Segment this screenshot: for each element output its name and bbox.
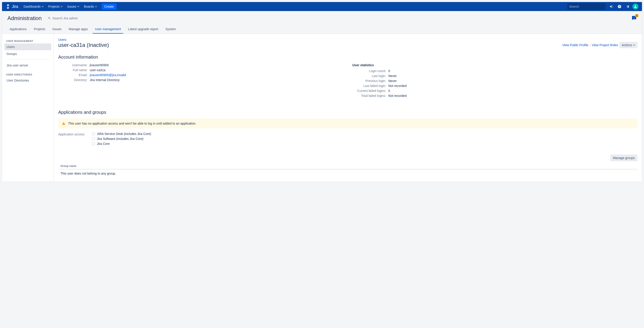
tab-latest-upgrade[interactable]: Latest upgrade report <box>126 26 160 34</box>
app-checkbox-software[interactable]: Jira Software (includes Jira Core) <box>92 137 151 140</box>
user-avatar[interactable] <box>632 4 638 10</box>
username-label: Username: <box>58 63 90 67</box>
chevron-down-icon <box>41 6 44 8</box>
email-value[interactable]: jirauser80900@jira.invalid <box>90 73 126 77</box>
tab-system[interactable]: System <box>163 26 178 34</box>
sidebar-item-groups[interactable]: Groups <box>4 51 51 57</box>
tab-user-management[interactable]: User management <box>93 26 123 34</box>
sidebar-heading-user-dirs: USER DIRECTORIES <box>4 72 51 77</box>
group-empty-text: This user does not belong to any group. <box>58 170 638 178</box>
chevron-down-icon <box>95 6 97 8</box>
sidebar-item-users[interactable]: Users <box>4 44 51 50</box>
account-info-col: Username:jirauser80900 Full name:user-ca… <box>58 63 343 99</box>
chevron-down-icon <box>77 6 80 8</box>
user-stats-col: User statistics Login count:0 Last login… <box>352 63 638 99</box>
nav-projects[interactable]: Projects <box>46 3 64 10</box>
last-failed-label: Last failed login: <box>352 84 388 88</box>
prev-login-label: Previous login: <box>352 79 388 83</box>
view-public-profile-link[interactable]: View Public Profile <box>562 43 588 47</box>
global-search[interactable] <box>567 3 606 10</box>
jira-logo-text: Jira <box>12 4 18 9</box>
admin-tabs: Applications Projects Issues Manage apps… <box>8 26 636 34</box>
admin-search[interactable]: Search Jira admin <box>48 17 78 20</box>
login-count-value: 0 <box>388 69 390 73</box>
main-content: Users user-ca31a (Inactive) View Public … <box>54 34 642 182</box>
directory-value: Jira Internal Directory <box>90 78 120 82</box>
create-button[interactable]: Create <box>102 3 116 10</box>
checkbox-icon[interactable] <box>92 137 95 140</box>
account-info-title: Account information <box>58 55 638 60</box>
prev-login-value: Never <box>388 79 397 83</box>
fullname-value: user-ca31a <box>90 68 106 72</box>
jira-logo-icon <box>6 4 11 9</box>
warning-banner: This user has no application access and … <box>58 118 638 128</box>
feedback-button[interactable]: 1 <box>632 16 636 21</box>
group-name-header: Group name <box>58 163 638 170</box>
search-icon <box>48 17 51 20</box>
tab-manage-apps[interactable]: Manage apps <box>66 26 90 34</box>
tab-projects[interactable]: Projects <box>32 26 48 34</box>
user-stats-title: User statistics <box>352 63 638 67</box>
sidebar-item-jira-user-server[interactable]: Jira user server <box>4 62 51 69</box>
tab-applications[interactable]: Applications <box>8 26 29 34</box>
checkbox-icon[interactable] <box>92 132 95 135</box>
svg-point-2 <box>635 6 636 7</box>
gear-icon[interactable] <box>624 3 631 10</box>
admin-header: Administration Search Jira admin 1 Appli… <box>2 11 642 34</box>
login-count-label: Login count: <box>352 69 388 73</box>
top-nav: Jira Dashboards Projects Issues Boards C… <box>2 2 642 11</box>
directory-label: Directory: <box>58 78 90 82</box>
svg-text:?: ? <box>619 5 620 8</box>
view-project-roles-link[interactable]: View Project Roles <box>592 43 618 47</box>
sidebar: USER MANAGEMENT Users Groups Jira user s… <box>2 34 54 182</box>
manage-groups-button[interactable]: Manage groups <box>610 154 638 161</box>
chevron-down-icon <box>633 44 635 46</box>
email-label: Email: <box>58 73 90 77</box>
last-failed-value: Not recorded <box>388 84 406 88</box>
breadcrumb-users[interactable]: Users <box>58 38 66 42</box>
page-actions: View Public Profile | View Project Roles… <box>562 42 638 48</box>
app-access-label: Application access: <box>58 132 90 136</box>
nav-issues[interactable]: Issues <box>66 3 81 10</box>
apps-groups-title: Applications and groups <box>58 110 638 115</box>
current-failed-value: 0 <box>388 89 390 93</box>
jira-logo[interactable]: Jira <box>6 4 18 9</box>
total-failed-label: Total failed logins: <box>352 94 388 98</box>
fullname-label: Full name: <box>58 68 90 72</box>
admin-search-placeholder: Search Jira admin <box>52 17 78 20</box>
app-checkbox-core[interactable]: Jira Core <box>92 142 151 145</box>
sidebar-heading-user-mgmt: USER MANAGEMENT <box>4 39 51 43</box>
sidebar-item-user-directories[interactable]: User Directories <box>4 77 51 84</box>
warning-text: This user has no application access and … <box>68 122 196 125</box>
megaphone-icon[interactable] <box>608 3 614 10</box>
warning-icon <box>62 122 66 125</box>
nav-boards[interactable]: Boards <box>82 3 99 10</box>
tab-issues[interactable]: Issues <box>50 26 64 34</box>
username-value: jirauser80900 <box>90 63 109 67</box>
global-search-input[interactable] <box>569 5 608 8</box>
admin-title: Administration <box>8 15 42 21</box>
page-title: user-ca31a (Inactive) <box>58 42 109 48</box>
checkbox-icon[interactable] <box>92 142 95 145</box>
app-checkbox-service-desk[interactable]: JIRA Service Desk (includes Jira Core) <box>92 132 151 136</box>
chevron-down-icon <box>60 6 63 8</box>
last-login-label: Last login: <box>352 74 388 78</box>
last-login-value: Never <box>388 74 397 78</box>
current-failed-label: Current failed logins: <box>352 89 388 93</box>
total-failed-value: Not recorded <box>388 94 406 98</box>
nav-dashboards[interactable]: Dashboards <box>22 3 46 10</box>
actions-button[interactable]: Actions <box>620 42 638 48</box>
feedback-badge-count: 1 <box>635 14 638 17</box>
help-icon[interactable]: ? <box>616 3 623 10</box>
